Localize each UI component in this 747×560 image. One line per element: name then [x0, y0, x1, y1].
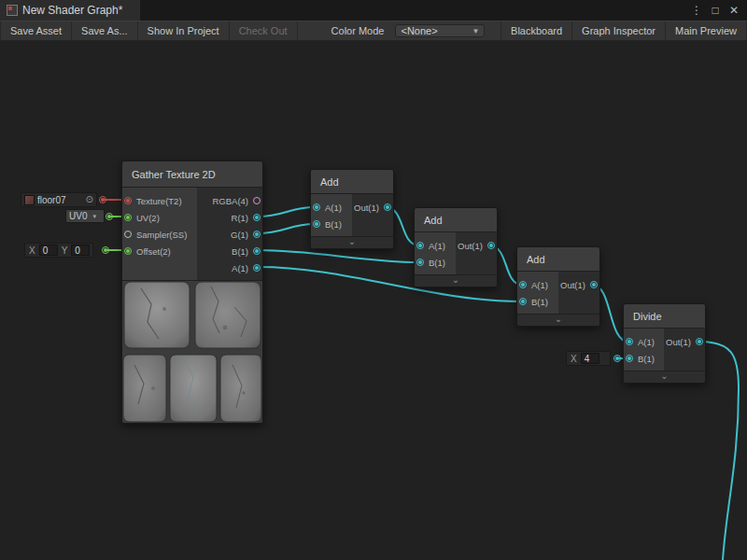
color-mode-value: <None>	[401, 25, 437, 36]
sampler-port-icon[interactable]	[124, 231, 132, 238]
node-title[interactable]: Add	[311, 170, 393, 194]
maximize-icon[interactable]: □	[708, 4, 723, 17]
out-port-icon[interactable]	[590, 281, 598, 288]
chevron-down-icon: ▼	[472, 27, 480, 35]
close-icon[interactable]: ✕	[726, 4, 741, 17]
preview-collapse-chevron[interactable]: ⌄	[415, 274, 497, 287]
check-out-button: Check Out	[230, 21, 298, 40]
port-out-output[interactable]: Out(1)	[664, 333, 705, 350]
divide-b-field-port-icon[interactable]	[613, 355, 621, 362]
preview-collapse-chevron[interactable]: ⌄	[624, 371, 705, 383]
port-a-input[interactable]: A(1)	[624, 333, 664, 350]
out-port-icon[interactable]	[384, 203, 391, 211]
a-port-icon[interactable]	[313, 203, 320, 211]
g-port-icon[interactable]	[253, 231, 261, 238]
b-port-icon[interactable]	[253, 247, 261, 255]
main-preview-button[interactable]: Main Preview	[666, 21, 747, 40]
texture-preview[interactable]	[122, 280, 262, 423]
kebab-menu-icon[interactable]: ⋮	[689, 4, 704, 17]
window-title: New Shader Graph*	[22, 4, 122, 17]
port-sampler-input[interactable]: Sampler(SS)	[122, 226, 197, 243]
r-port-icon[interactable]	[253, 214, 261, 221]
port-b-input[interactable]: B(1)	[517, 293, 558, 310]
blackboard-button[interactable]: Blackboard	[500, 21, 572, 40]
color-mode-dropdown[interactable]: <None> ▼	[395, 24, 485, 37]
offset-vector2-field[interactable]: X 0 Y 0	[24, 243, 93, 258]
toolbar: Save Asset Save As... Show In Project Ch…	[0, 21, 747, 41]
out-port-icon[interactable]	[696, 338, 703, 345]
window-tab[interactable]: New Shader Graph*	[0, 0, 140, 21]
node-title[interactable]: Divide	[624, 304, 705, 329]
offset-field-port-icon[interactable]	[102, 246, 109, 254]
show-in-project-button[interactable]: Show In Project	[138, 21, 230, 40]
port-rgba-output[interactable]: RGBA(4)	[197, 192, 262, 209]
add-node-1[interactable]: Add A(1) B(1) Out(1) ⌄	[310, 169, 394, 249]
port-a-input[interactable]: A(1)	[517, 276, 558, 293]
offset-x-input[interactable]: 0	[39, 245, 58, 256]
graph-canvas[interactable]: Gather Texture 2D Texture(T2) UV(2) Samp…	[0, 41, 747, 560]
texture-port-icon[interactable]	[124, 197, 132, 204]
graph-inspector-button[interactable]: Graph Inspector	[572, 21, 666, 40]
wire-b-to-add2-b[interactable]	[258, 250, 418, 262]
a-port-icon[interactable]	[416, 242, 424, 249]
offset-port-icon[interactable]	[124, 247, 132, 255]
a-port-icon[interactable]	[626, 338, 633, 345]
color-mode-label: Color Mode	[324, 21, 392, 40]
port-a-input[interactable]: A(1)	[311, 199, 352, 216]
uv-channel-value: UV0	[69, 211, 87, 221]
texture-asset-field[interactable]: floor07 ⊙	[21, 192, 97, 207]
titlebar: New Shader Graph* ⋮ □ ✕	[0, 0, 747, 21]
divide-node[interactable]: Divide A(1) B(1) Out(1) ⌄	[623, 303, 706, 384]
node-title[interactable]: Add	[415, 208, 497, 232]
window-controls: ⋮ □ ✕	[689, 0, 747, 21]
offset-x-label: X	[28, 245, 36, 256]
port-out-output[interactable]: Out(1)	[352, 199, 393, 216]
texture-field-port-icon[interactable]	[99, 196, 106, 203]
port-offset-input[interactable]: Offset(2)	[122, 243, 197, 259]
port-b-output[interactable]: B(1)	[197, 243, 262, 259]
preview-collapse-chevron[interactable]: ⌄	[311, 236, 393, 248]
texture-asset-name: floor07	[37, 195, 66, 205]
node-title[interactable]: Gather Texture 2D	[122, 161, 262, 188]
add-node-3[interactable]: Add A(1) B(1) Out(1) ⌄	[516, 246, 600, 327]
wire-g-to-add1-b[interactable]	[258, 224, 315, 233]
port-r-output[interactable]: R(1)	[197, 209, 262, 226]
texture-thumbnail	[24, 195, 35, 205]
b-port-icon[interactable]	[626, 355, 633, 362]
port-uv-input[interactable]: UV(2)	[122, 209, 197, 226]
port-b-input[interactable]: B(1)	[311, 216, 352, 232]
b-port-icon[interactable]	[313, 220, 320, 228]
add-node-2[interactable]: Add A(1) B(1) Out(1) ⌄	[414, 207, 498, 287]
gather-texture-2d-node[interactable]: Gather Texture 2D Texture(T2) UV(2) Samp…	[121, 161, 263, 424]
port-b-input[interactable]: B(1)	[624, 350, 664, 367]
shader-graph-icon	[7, 5, 18, 16]
chevron-down-icon: ▾	[92, 213, 96, 220]
a-port-icon[interactable]	[519, 281, 527, 288]
port-out-output[interactable]: Out(1)	[558, 276, 599, 293]
uv-channel-dropdown[interactable]: UV0 ▾	[65, 209, 105, 223]
node-title[interactable]: Add	[517, 247, 599, 272]
port-a-input[interactable]: A(1)	[415, 237, 456, 254]
object-picker-icon[interactable]: ⊙	[86, 195, 93, 204]
a-port-icon[interactable]	[253, 264, 261, 272]
divide-b-value-field[interactable]: X 4	[566, 351, 611, 366]
offset-y-label: Y	[61, 245, 69, 256]
offset-y-input[interactable]: 0	[71, 245, 90, 256]
wire-r-to-add1-a[interactable]	[258, 207, 315, 217]
port-out-output[interactable]: Out(1)	[456, 237, 497, 254]
divide-b-input[interactable]: 4	[581, 353, 599, 364]
b-port-icon[interactable]	[416, 259, 424, 266]
save-asset-button[interactable]: Save Asset	[0, 21, 72, 40]
preview-collapse-chevron[interactable]: ⌄	[517, 314, 599, 326]
uv-field-port-icon[interactable]	[106, 213, 113, 220]
uv-port-icon[interactable]	[124, 214, 132, 221]
port-texture-input[interactable]: Texture(T2)	[122, 192, 197, 209]
out-port-icon[interactable]	[487, 242, 495, 249]
port-a-output[interactable]: A(1)	[197, 259, 262, 276]
save-as-button[interactable]: Save As...	[72, 21, 138, 40]
port-g-output[interactable]: G(1)	[197, 226, 262, 243]
wires-overlay	[0, 41, 747, 560]
rgba-port-icon[interactable]	[253, 197, 261, 204]
port-b-input[interactable]: B(1)	[415, 254, 456, 271]
b-port-icon[interactable]	[519, 298, 527, 305]
